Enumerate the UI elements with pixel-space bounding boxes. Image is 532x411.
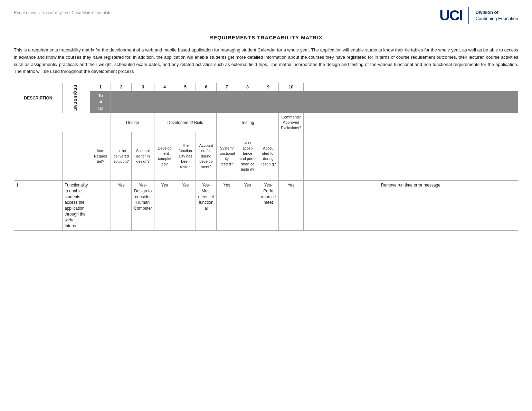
row-1-c6: Yes — [217, 180, 237, 230]
sub-desc — [14, 132, 63, 180]
subtitle: Requirements Traceability Test Case Matr… — [14, 7, 112, 15]
col-1-header: 1 — [90, 83, 111, 91]
row-1-c10: Remove run time error message — [303, 180, 518, 230]
span-design: Design — [111, 113, 154, 132]
col-5-header: 5 — [175, 83, 196, 91]
col-8-header: 8 — [237, 83, 258, 91]
row-1-c9: Yes — [279, 180, 304, 230]
sub-7: System/ functional ity tested? — [217, 132, 237, 180]
table-row: 1 Functionality to enable students acces… — [14, 180, 518, 230]
col-2-header: 2 — [111, 83, 132, 91]
sub-5: The function ality has been tested — [175, 132, 196, 180]
sub-2: In the delivered solution? — [111, 132, 132, 180]
sub-header-row: Item Reques ted? In the delivered soluti… — [14, 132, 518, 180]
sub-req — [63, 132, 90, 180]
description: This is a requirements traceability matr… — [14, 47, 518, 75]
empty-span — [14, 113, 90, 132]
logo-line1: Division of — [475, 9, 518, 16]
row-1-c4: Yes — [175, 180, 196, 230]
empty-col1 — [90, 113, 111, 132]
logo-divider — [468, 7, 469, 24]
span-devbuild: Development/ Build — [154, 113, 217, 132]
logo-line2: Continuing Education — [475, 16, 518, 22]
test-id-empty — [111, 91, 518, 113]
col-description-header: DESCRIPTION — [14, 83, 63, 113]
sub-3: Account ed for in design? — [132, 132, 154, 180]
header-row: DESCRIPTION REQUIREME 1 2 3 4 5 6 7 8 9 … — [14, 83, 518, 91]
page-title: REQUIREMENTS TRACEABILITY MATRIX — [14, 35, 518, 40]
row-1-c5: Yes- Must meet set function al — [196, 180, 217, 230]
span-labels-row: Design Development/ Build Testing Commen… — [14, 113, 518, 132]
matrix-table: DESCRIPTION REQUIREME 1 2 3 4 5 6 7 8 9 … — [14, 83, 518, 231]
test-id-label: TestID — [90, 91, 111, 113]
sub-10 — [279, 132, 304, 180]
col-3-header: 3 — [132, 83, 154, 91]
col-req-header: REQUIREME — [63, 83, 90, 113]
sub-8: User accep tance and perfo rman ce teste… — [237, 132, 258, 180]
sub-1: Item Reques ted? — [90, 132, 111, 180]
logo-text: Division of Continuing Education — [475, 9, 518, 22]
row-1-c3: Yes — [154, 180, 175, 230]
row-1-c7: Yes — [237, 180, 258, 230]
row-1-c1: Yes — [111, 180, 132, 230]
row-1-num: 1 — [14, 180, 63, 230]
span-comments: Comments/ Approved Exclusions? — [279, 113, 304, 132]
row-1-c8: Yes- Perfo rman ce meet — [258, 180, 279, 230]
col-4-header: 4 — [154, 83, 175, 91]
sub-4: Develop ment complet ed? — [154, 132, 175, 180]
col-10-header: 10 — [279, 83, 304, 91]
logo-area: UCI Division of Continuing Education — [439, 7, 518, 24]
header-bar: Requirements Traceability Test Case Matr… — [14, 7, 518, 28]
row-1-req — [90, 180, 111, 230]
col-9-header: 9 — [258, 83, 279, 91]
sub-9: Accou nted for during Testin g? — [258, 132, 279, 180]
span-testing: Testing — [217, 113, 279, 132]
col-6-header: 6 — [196, 83, 217, 91]
row-1-description: Functionality to enable students access … — [63, 180, 90, 230]
sub-6: Account ed for during develop ment? — [196, 132, 217, 180]
uci-logo: UCI — [439, 8, 462, 23]
row-1-c2: Yes- Design to consider Human Computer — [132, 180, 154, 230]
col-7-header: 7 — [217, 83, 237, 91]
